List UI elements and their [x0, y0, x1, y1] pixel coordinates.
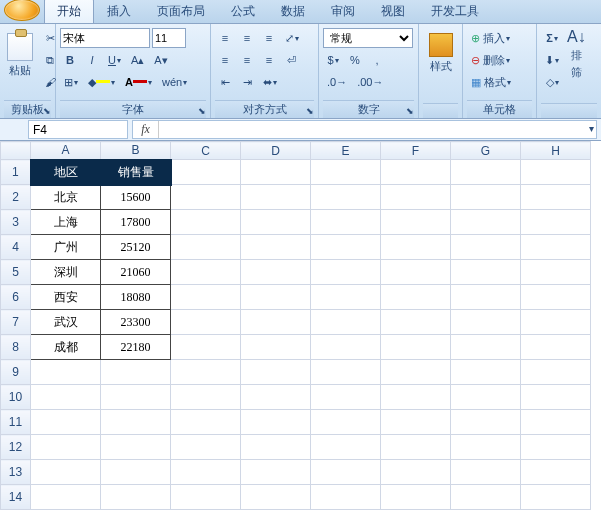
- cell-B9[interactable]: [101, 360, 171, 385]
- fill-button[interactable]: ⬇▾: [541, 50, 563, 70]
- orientation-button[interactable]: ⤢▾: [281, 28, 303, 48]
- cell-E1[interactable]: [311, 160, 381, 185]
- align-left-button[interactable]: ≡: [215, 50, 235, 70]
- cell-A5[interactable]: 深圳: [31, 260, 101, 285]
- cell-F7[interactable]: [381, 310, 451, 335]
- col-header-C[interactable]: C: [171, 142, 241, 160]
- alignment-launcher-icon[interactable]: ⬊: [306, 106, 316, 116]
- cell-A4[interactable]: 广州: [31, 235, 101, 260]
- cell-B1[interactable]: 销售量: [101, 160, 171, 185]
- tab-3[interactable]: 公式: [218, 0, 268, 23]
- row-header-13[interactable]: 13: [1, 460, 31, 485]
- cell-H12[interactable]: [521, 435, 591, 460]
- cell-H6[interactable]: [521, 285, 591, 310]
- insert-cells-button[interactable]: ⊕ 插入▾: [467, 28, 532, 48]
- cell-E12[interactable]: [311, 435, 381, 460]
- shrink-font-button[interactable]: A▾: [150, 50, 171, 70]
- cell-D10[interactable]: [241, 385, 311, 410]
- cell-E8[interactable]: [311, 335, 381, 360]
- col-header-F[interactable]: F: [381, 142, 451, 160]
- paste-button[interactable]: 粘贴: [4, 28, 36, 83]
- cell-G1[interactable]: [451, 160, 521, 185]
- number-format-select[interactable]: 常规: [323, 28, 413, 48]
- cell-G11[interactable]: [451, 410, 521, 435]
- col-header-G[interactable]: G: [451, 142, 521, 160]
- col-header-H[interactable]: H: [521, 142, 591, 160]
- col-header-E[interactable]: E: [311, 142, 381, 160]
- cell-B10[interactable]: [101, 385, 171, 410]
- row-header-8[interactable]: 8: [1, 335, 31, 360]
- font-name-input[interactable]: [60, 28, 150, 48]
- align-top-button[interactable]: ≡: [215, 28, 235, 48]
- phonetic-button[interactable]: wén▾: [158, 72, 191, 92]
- cell-F4[interactable]: [381, 235, 451, 260]
- font-color-button[interactable]: A▾: [121, 72, 156, 92]
- cell-G13[interactable]: [451, 460, 521, 485]
- col-header-D[interactable]: D: [241, 142, 311, 160]
- row-header-3[interactable]: 3: [1, 210, 31, 235]
- cell-C3[interactable]: [171, 210, 241, 235]
- cell-G14[interactable]: [451, 485, 521, 510]
- cell-A2[interactable]: 北京: [31, 185, 101, 210]
- cell-D6[interactable]: [241, 285, 311, 310]
- cell-F3[interactable]: [381, 210, 451, 235]
- name-box[interactable]: F4: [28, 120, 128, 139]
- percent-button[interactable]: %: [345, 50, 365, 70]
- decrease-decimal-button[interactable]: .00→: [353, 72, 387, 92]
- increase-decimal-button[interactable]: .0→: [323, 72, 351, 92]
- wrap-text-button[interactable]: ⏎: [281, 50, 301, 70]
- grid-body[interactable]: 1地区销售量2北京156003上海178004广州251205深圳210606西…: [1, 160, 591, 510]
- cell-C2[interactable]: [171, 185, 241, 210]
- cell-G8[interactable]: [451, 335, 521, 360]
- cell-D9[interactable]: [241, 360, 311, 385]
- align-right-button[interactable]: ≡: [259, 50, 279, 70]
- styles-button[interactable]: 样式: [423, 28, 458, 79]
- cell-F13[interactable]: [381, 460, 451, 485]
- cell-B14[interactable]: [101, 485, 171, 510]
- cell-E6[interactable]: [311, 285, 381, 310]
- autosum-button[interactable]: Σ▾: [541, 28, 563, 48]
- col-header-A[interactable]: A: [31, 142, 101, 160]
- cell-C8[interactable]: [171, 335, 241, 360]
- cell-E10[interactable]: [311, 385, 381, 410]
- cell-G12[interactable]: [451, 435, 521, 460]
- cell-F9[interactable]: [381, 360, 451, 385]
- cell-H8[interactable]: [521, 335, 591, 360]
- increase-indent-button[interactable]: ⇥: [237, 72, 257, 92]
- cell-A9[interactable]: [31, 360, 101, 385]
- cell-F10[interactable]: [381, 385, 451, 410]
- cell-B5[interactable]: 21060: [101, 260, 171, 285]
- cell-A11[interactable]: [31, 410, 101, 435]
- clear-button[interactable]: ◇▾: [541, 72, 563, 92]
- row-header-2[interactable]: 2: [1, 185, 31, 210]
- row-header-5[interactable]: 5: [1, 260, 31, 285]
- currency-button[interactable]: $▾: [323, 50, 343, 70]
- row-header-14[interactable]: 14: [1, 485, 31, 510]
- cell-B4[interactable]: 25120: [101, 235, 171, 260]
- tab-7[interactable]: 开发工具: [418, 0, 492, 23]
- cell-C5[interactable]: [171, 260, 241, 285]
- border-button[interactable]: ⊞▾: [60, 72, 82, 92]
- expand-formula-bar-icon[interactable]: ▾: [589, 123, 594, 134]
- cell-B8[interactable]: 22180: [101, 335, 171, 360]
- cell-G5[interactable]: [451, 260, 521, 285]
- cell-C11[interactable]: [171, 410, 241, 435]
- cell-D3[interactable]: [241, 210, 311, 235]
- font-launcher-icon[interactable]: ⬊: [198, 106, 208, 116]
- cell-B6[interactable]: 18080: [101, 285, 171, 310]
- align-middle-button[interactable]: ≡: [237, 28, 257, 48]
- cell-E9[interactable]: [311, 360, 381, 385]
- font-size-input[interactable]: [152, 28, 186, 48]
- cell-A7[interactable]: 武汉: [31, 310, 101, 335]
- cell-H14[interactable]: [521, 485, 591, 510]
- cell-D1[interactable]: [241, 160, 311, 185]
- formula-input[interactable]: [159, 123, 596, 137]
- row-header-10[interactable]: 10: [1, 385, 31, 410]
- cell-G6[interactable]: [451, 285, 521, 310]
- cell-E2[interactable]: [311, 185, 381, 210]
- cell-B13[interactable]: [101, 460, 171, 485]
- cell-D11[interactable]: [241, 410, 311, 435]
- cell-A3[interactable]: 上海: [31, 210, 101, 235]
- merge-button[interactable]: ⬌▾: [259, 72, 281, 92]
- tab-6[interactable]: 视图: [368, 0, 418, 23]
